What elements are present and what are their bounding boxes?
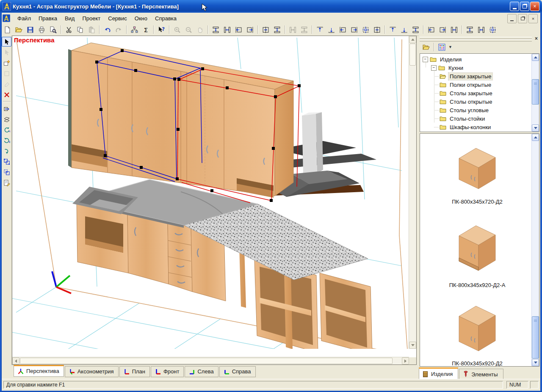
copy-button[interactable] [75, 25, 86, 35]
fit-height-button[interactable] [299, 25, 310, 35]
snap-wall-left-button[interactable] [337, 25, 348, 35]
erase-button[interactable] [2, 79, 11, 89]
tab-plan[interactable]: План [119, 366, 150, 377]
menu-view[interactable]: Вид [61, 14, 79, 23]
delete-button[interactable] [2, 90, 11, 99]
cut-button[interactable] [64, 25, 74, 35]
tree-item-stoly-uglovye[interactable]: Столы угловые [420, 106, 539, 114]
create-object-button[interactable] [2, 58, 11, 68]
scroll-down-icon[interactable] [532, 359, 539, 366]
tab-axonometry[interactable]: Аксонометрия [65, 366, 119, 377]
select-tool-button[interactable] [2, 37, 11, 47]
items-scrollbar[interactable] [531, 134, 539, 366]
pan-button[interactable] [195, 25, 205, 35]
align-h-center-button[interactable] [449, 25, 459, 35]
scroll-right-icon[interactable] [402, 357, 409, 364]
new-button[interactable] [2, 25, 13, 35]
fit-cell-button[interactable] [487, 25, 498, 35]
child-close-button[interactable]: × [528, 14, 538, 23]
print-preview-button[interactable] [48, 25, 58, 35]
menu-project[interactable]: Проект [78, 14, 104, 23]
tree-item-kuhni[interactable]: − Кухни [420, 63, 539, 72]
distribute-bottom-button[interactable] [222, 25, 232, 35]
edit-points-button[interactable] [2, 167, 11, 177]
tab-right[interactable]: Справа [219, 366, 256, 377]
catalog-items-list[interactable]: ПК-800х345х720-Д2 ПК-800х345х920-Д2-А [420, 133, 539, 367]
tree-item-stoly-zakrytye[interactable]: Столы закрытые [420, 89, 539, 97]
shift-left-button[interactable] [233, 25, 244, 35]
paste-button[interactable] [86, 25, 97, 35]
tree-scroll-thumb[interactable] [532, 79, 539, 105]
distribute-top-button[interactable] [210, 25, 221, 35]
catalog-tree[interactable]: − Изделия − Кухни Полки закрытые Полки о… [420, 53, 539, 132]
menu-window[interactable]: Окно [131, 14, 151, 23]
snap-floor-button[interactable] [326, 25, 337, 35]
undo-button[interactable] [102, 25, 113, 35]
catalog-open-button[interactable] [421, 42, 431, 52]
center-in-room-v-button[interactable] [372, 25, 382, 35]
catalog-item[interactable]: ПК-800х345х720-Д2 [424, 141, 530, 205]
scroll-up-icon[interactable] [532, 134, 539, 141]
change-order-button[interactable] [2, 114, 11, 124]
tree-item-izdeliya[interactable]: − Изделия [420, 55, 539, 63]
viewport-vscrollbar[interactable] [409, 36, 416, 349]
scroll-left-icon[interactable] [12, 357, 19, 364]
items-scroll-thumb[interactable] [532, 316, 539, 359]
child-minimize-button[interactable] [507, 14, 517, 23]
collapse-icon[interactable]: − [431, 65, 437, 71]
tab-perspective[interactable]: Перспектива [14, 365, 64, 377]
align-bottom-button[interactable] [399, 25, 409, 35]
tree-item-shkafy-kolonki[interactable]: Шкафы-колонки [420, 123, 539, 131]
tab-elements[interactable]: Элементы [459, 369, 503, 380]
align-top-button[interactable] [387, 25, 398, 35]
snap-ceiling-button[interactable] [315, 25, 325, 35]
hscroll-thumb[interactable] [20, 358, 393, 364]
center-horizontal-button[interactable] [260, 25, 271, 35]
draw-rect-button[interactable] [2, 69, 11, 78]
size-width-button[interactable] [476, 25, 487, 35]
panel-close-icon[interactable]: × [533, 36, 539, 41]
rotate-left-button[interactable] [2, 125, 11, 135]
tree-item-polki-zakrytye[interactable]: Полки закрытые [420, 72, 539, 80]
zoom-out-button[interactable] [183, 25, 194, 35]
scroll-up-icon[interactable] [409, 36, 416, 43]
save-button[interactable] [25, 25, 36, 35]
viewport[interactable]: Перспектива [12, 36, 417, 365]
calculate-sum-button[interactable] [141, 25, 151, 35]
menu-service[interactable]: Сервис [104, 14, 131, 23]
scroll-up-icon[interactable] [532, 54, 539, 61]
scroll-down-icon[interactable] [532, 124, 539, 132]
tree-scrollbar[interactable] [531, 54, 539, 132]
zoom-in-button[interactable] [172, 25, 183, 35]
vscroll-thumb[interactable] [409, 44, 416, 66]
center-vertical-button[interactable] [272, 25, 282, 35]
project-structure-button[interactable] [129, 25, 140, 35]
title-bar[interactable]: Кухня1 - Астра Конструктор Мебели - [Кух… [0, 0, 542, 13]
redo-button[interactable] [113, 25, 124, 35]
panel-gripper[interactable] [420, 36, 539, 41]
size-height-button[interactable] [465, 25, 475, 35]
tree-item-stoly-stoyki[interactable]: Столы-стойки [420, 114, 539, 123]
snap-wall-right-button[interactable] [349, 25, 359, 35]
close-button[interactable]: × [530, 2, 539, 11]
minimize-button[interactable] [510, 2, 519, 11]
menu-edit[interactable]: Правка [35, 14, 61, 23]
rotate-right-button[interactable] [2, 135, 11, 145]
view-mode-button[interactable] [437, 42, 447, 52]
rotate-down-button[interactable] [2, 146, 11, 156]
menu-help[interactable]: Справка [151, 14, 180, 23]
viewport-hscrollbar[interactable] [12, 357, 409, 364]
group-button[interactable] [2, 157, 11, 166]
shift-right-button[interactable] [245, 25, 255, 35]
tab-front[interactable]: Фронт [151, 366, 184, 377]
center-in-room-h-button[interactable] [360, 25, 371, 35]
restore-button[interactable] [520, 2, 529, 11]
child-restore-button[interactable] [518, 14, 527, 23]
print-button[interactable] [36, 25, 47, 35]
view-mode-dropdown-icon[interactable]: ▼ [448, 45, 452, 49]
open-button[interactable] [14, 25, 24, 35]
align-v-center-button[interactable] [410, 25, 421, 35]
scroll-down-icon[interactable] [409, 342, 416, 349]
catalog-item[interactable]: ПК-800х345х920-Д2 [424, 301, 530, 367]
scene-canvas[interactable] [12, 36, 409, 349]
